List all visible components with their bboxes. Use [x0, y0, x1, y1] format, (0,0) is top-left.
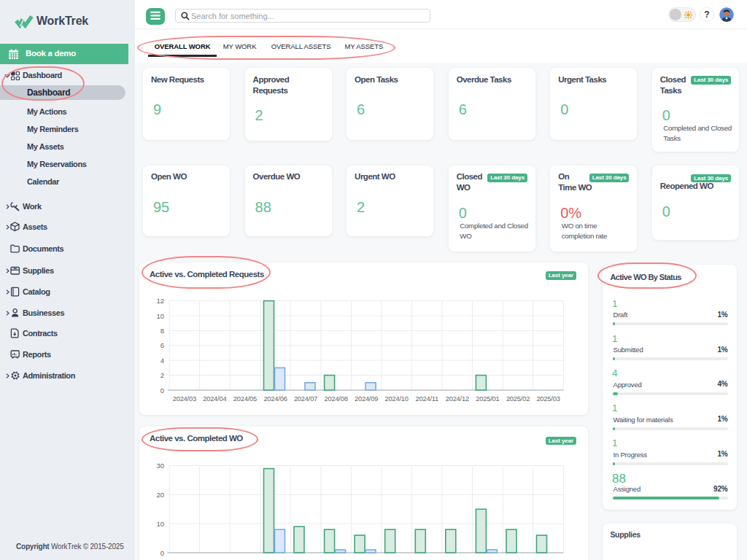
svg-text:2024/04: 2024/04	[203, 395, 226, 402]
svg-text:2024/10: 2024/10	[385, 395, 409, 402]
svg-text:10: 10	[156, 312, 164, 320]
svg-text:2025/02: 2025/02	[506, 395, 530, 402]
svg-text:2024/03: 2024/03	[173, 395, 196, 402]
svg-text:2024/12: 2024/12	[446, 395, 469, 402]
svg-text:2024/05: 2024/05	[233, 395, 257, 402]
svg-text:2: 2	[160, 371, 164, 379]
svg-text:2024/08: 2024/08	[324, 395, 347, 402]
svg-text:2025/01: 2025/01	[476, 395, 499, 402]
svg-text:4: 4	[160, 357, 164, 365]
svg-text:2024/11: 2024/11	[416, 395, 439, 402]
svg-text:0: 0	[160, 549, 164, 557]
svg-text:20: 20	[156, 491, 164, 499]
svg-text:2024/09: 2024/09	[355, 395, 378, 402]
svg-text:2024/06: 2024/06	[263, 395, 287, 402]
svg-text:6: 6	[160, 341, 164, 349]
svg-text:2024/07: 2024/07	[294, 395, 317, 402]
svg-text:10: 10	[156, 520, 164, 528]
svg-text:8: 8	[160, 327, 164, 335]
svg-text:2025/03: 2025/03	[536, 395, 560, 402]
svg-text:12: 12	[156, 297, 164, 305]
svg-text:30: 30	[156, 462, 164, 470]
svg-text:0: 0	[160, 386, 164, 394]
